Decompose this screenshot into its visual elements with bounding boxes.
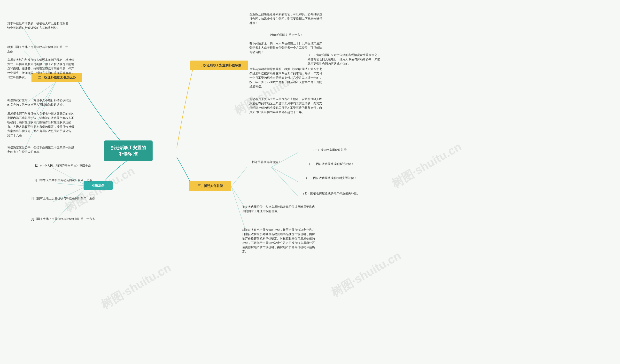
- branch-1-child-5: 企业与劳动者解除合同的，根据《劳动合同法》第四十七条经济补偿按劳动者在本单位工作…: [249, 67, 322, 89]
- branch-3-item-1: （一）被征收房屋价值补偿；: [294, 148, 367, 152]
- branch-2-child-5: 房屋征收部门与被征收人在征收补偿方案确定的签约期限内达不成补偿协议，或者被征收房…: [7, 111, 75, 137]
- branch-1-child-4: （三）劳动合同订立时所依据的客观情况发生重大变化，致使劳动合同无法履行，经用人单…: [308, 53, 380, 66]
- watermark-3: 树图·shuitu.cn: [389, 139, 464, 192]
- branch-3-label: 三、拆迁如何补偿: [189, 181, 231, 191]
- branch-2-child-3: 房屋征收部门与被征收人依照本条例的规定，就补偿方式、补偿金额和支付期限、用于产权…: [7, 58, 75, 79]
- branch-cite-label: 引用法条: [84, 181, 113, 190]
- branch-2-child-6: 补偿决定应当公平，包括本条例第二十五条第一款规定的有关补偿协议的事项。: [7, 145, 75, 154]
- cite-4: [4]《国有土地上房屋征收与补偿条例》第二十六条: [29, 217, 97, 221]
- branch-3-child-3: 对被征收住宅房屋价值的补偿，按照房屋征收决定公告之日被征收房屋所处区位新建普通商…: [242, 228, 315, 254]
- branch-3-child-2: 被征收房屋价值中包括房屋装饰装修价值以及附属于该房屋的国有土地使用权的价值。: [242, 205, 315, 213]
- svg-line-6: [53, 168, 87, 186]
- svg-line-7: [53, 183, 87, 186]
- cite-2: [2]《中华人民共和国劳动合同法》第四十七条: [29, 178, 97, 182]
- branch-1-child-6: 劳动者月工资高于用人单位所在直辖市、设区的带级人民政府公布的本地区上年度职工月平…: [249, 97, 322, 114]
- branch-3-item-3: （三）因征收房屋造成的临时安置补偿；: [294, 176, 367, 180]
- cite-3: [3]《国有土地上房屋征收与补偿条例》第二十五条: [29, 196, 97, 200]
- center-node: 拆迁后职工安置的补偿标 准: [104, 140, 153, 161]
- branch-3-item-2: （二）因征收房屋造成的搬迁补偿；: [294, 162, 367, 166]
- branch-1-child-2: 《劳动合同法》第四十条：: [249, 33, 322, 37]
- cite-1: [1]《中华人民共和国劳动合同法》第四十条: [29, 164, 97, 168]
- watermark-4: 树图·shuitu.cn: [98, 260, 174, 313]
- svg-line-20: [271, 167, 298, 182]
- branch-3-item-4: （四）因征收房屋造成的停产停业损失补偿。: [294, 191, 367, 196]
- branch-2-child-1: 对于补偿款不满意的，被征收人可以提起行政复议也可以通过行政诉讼的方式解决纠纷。: [7, 21, 70, 30]
- watermark-5: 树图·shuitu.cn: [328, 248, 404, 301]
- svg-line-21: [271, 167, 298, 196]
- svg-line-15: [231, 167, 247, 186]
- branch-2-child-4: 补偿协议订立后，一方当事人不履行补偿协议约定的义务的，另一方当事人可以依法提起诉…: [7, 98, 73, 107]
- branch-1-child-3: 有下列情形之一的，用人单位提前三十日以书面形式通知劳动者本人或者额外支付劳动者一…: [249, 41, 322, 54]
- branch-3-sub-intro: 拆迁的补偿内容包括：: [242, 160, 291, 164]
- branch-1-label: 一、拆迁后职工安置的补偿标准: [190, 61, 248, 70]
- branch-2-child-2: 根据《国有土地上房屋征收与补偿条例》第二十五条: [7, 45, 70, 54]
- branch-1-child-1: 企业拆迁如果是迁移到新的地址，可以和员工协商继续履行合同，如果企业发生倒闭，则需…: [249, 12, 322, 25]
- mindmap-container: 拆迁后职工安置的补偿标 准 二、拆迁补偿款太低怎么办 对于补偿款不满意的，被征收…: [0, 0, 620, 364]
